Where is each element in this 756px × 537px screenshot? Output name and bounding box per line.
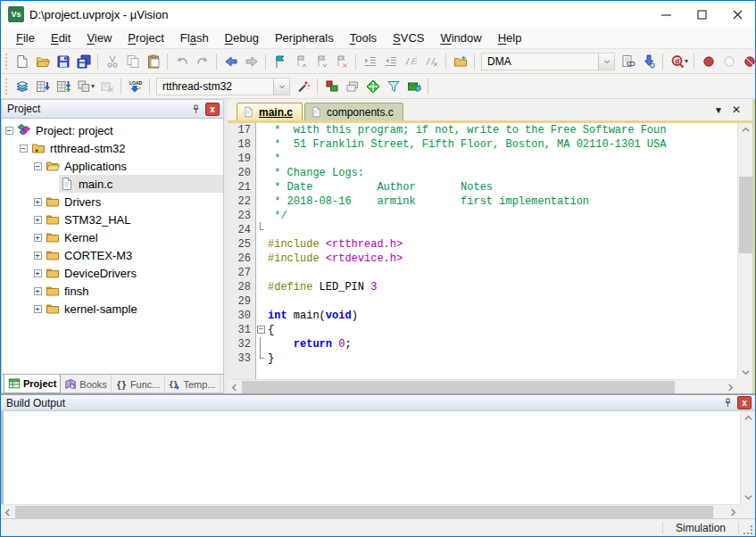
translate-button[interactable] bbox=[12, 77, 32, 96]
tree-row-drivers[interactable]: +Drivers bbox=[2, 193, 223, 211]
menu-help[interactable]: Help bbox=[490, 29, 530, 47]
previous-bookmark-button[interactable] bbox=[290, 52, 311, 71]
scroll-up-icon[interactable] bbox=[738, 123, 753, 136]
tree-expander-plus-icon[interactable]: + bbox=[34, 198, 42, 206]
panel-tab-temp-[interactable]: {}Temp... bbox=[165, 375, 220, 393]
panel-tab-func-[interactable]: {}Func... bbox=[112, 375, 165, 393]
find-in-files-button[interactable] bbox=[618, 52, 638, 71]
tree-expander-cell[interactable]: − bbox=[16, 145, 30, 153]
menu-edit[interactable]: Edit bbox=[43, 29, 79, 47]
project-panel-close-button[interactable]: x bbox=[205, 103, 220, 116]
toolbar-grip[interactable] bbox=[5, 78, 7, 95]
minimize-button[interactable] bbox=[648, 1, 684, 28]
copy-button[interactable] bbox=[122, 52, 143, 71]
tree-row-finsh[interactable]: +finsh bbox=[2, 282, 223, 300]
menu-debug[interactable]: Debug bbox=[217, 29, 267, 47]
scroll-down-icon[interactable] bbox=[741, 491, 756, 504]
tree-expander-plus-icon[interactable]: + bbox=[34, 252, 42, 260]
clear-all-bookmarks-button[interactable] bbox=[331, 52, 352, 71]
editor-tab-components-c[interactable]: components.c bbox=[304, 103, 403, 120]
panel-tab-books[interactable]: ?Books bbox=[61, 375, 112, 393]
scroll-right-icon[interactable] bbox=[724, 380, 737, 394]
redo-button[interactable] bbox=[192, 52, 212, 71]
editor-tab-main-c[interactable]: main.c bbox=[237, 103, 303, 120]
tree-expander-cell[interactable]: − bbox=[2, 127, 16, 135]
comment-selection-button[interactable]: // bbox=[401, 52, 421, 71]
tree-item-kernel-sample[interactable]: kernel-sample bbox=[45, 300, 223, 318]
fold-collapse-icon[interactable]: − bbox=[257, 326, 265, 334]
menu-view[interactable]: View bbox=[79, 29, 120, 47]
tree-expander-cell[interactable]: + bbox=[30, 269, 45, 277]
insert-bookmark-button[interactable] bbox=[270, 52, 290, 71]
tree-expander-cell[interactable]: + bbox=[30, 287, 45, 295]
build-button[interactable] bbox=[32, 77, 53, 96]
incremental-find-button[interactable] bbox=[638, 52, 659, 71]
tree-expander-cell[interactable]: + bbox=[30, 198, 45, 206]
insert-breakpoint-button[interactable] bbox=[698, 52, 719, 71]
rebuild-button[interactable] bbox=[53, 77, 73, 96]
tree-expander-cell[interactable]: + bbox=[30, 234, 45, 242]
disable-breakpoint-button[interactable] bbox=[719, 52, 739, 71]
tree-item-drivers[interactable]: Drivers bbox=[45, 193, 223, 211]
editor-vertical-scrollbar[interactable] bbox=[737, 123, 752, 379]
tree-row-cortex-m3[interactable]: +CORTEX-M3 bbox=[2, 246, 223, 264]
scroll-left-icon[interactable] bbox=[228, 380, 241, 394]
download-button[interactable]: LOAD bbox=[125, 77, 145, 96]
kill-all-breakpoints-button[interactable] bbox=[739, 52, 755, 71]
undo-button[interactable] bbox=[171, 52, 192, 71]
build-output-close-button[interactable]: x bbox=[737, 396, 752, 409]
tree-item-devicedrivers[interactable]: DeviceDrivers bbox=[45, 264, 223, 282]
next-bookmark-button[interactable] bbox=[311, 52, 331, 71]
tree-expander-cell[interactable]: + bbox=[30, 216, 45, 224]
open-folder-button[interactable] bbox=[32, 52, 53, 71]
tree-expander-cell[interactable]: + bbox=[30, 305, 45, 313]
reference-search-caret-icon[interactable]: ▾ bbox=[685, 57, 688, 65]
tree-expander-minus-icon[interactable]: − bbox=[34, 162, 42, 170]
tree-expander-plus-icon[interactable]: + bbox=[34, 234, 42, 242]
editor-horizontal-scrollbar[interactable] bbox=[228, 379, 737, 393]
build-output-hscroll-thumb[interactable] bbox=[15, 506, 713, 518]
outdent-button[interactable] bbox=[380, 52, 401, 71]
menu-window[interactable]: Window bbox=[432, 29, 489, 47]
tree-expander-cell[interactable]: + bbox=[30, 252, 45, 260]
code-empty-area[interactable] bbox=[268, 366, 737, 379]
select-packs-button[interactable] bbox=[362, 77, 383, 96]
save-all-button[interactable] bbox=[73, 52, 94, 71]
search-combo[interactable]: DMA bbox=[481, 53, 615, 70]
new-file-button[interactable] bbox=[12, 52, 32, 71]
tree-row-devicedrivers[interactable]: +DeviceDrivers bbox=[2, 264, 223, 282]
tree-expander-plus-icon[interactable]: + bbox=[34, 287, 42, 295]
build-output-header[interactable]: Build Output x bbox=[1, 395, 755, 411]
menu-svcs[interactable]: SVCS bbox=[385, 29, 432, 47]
save-button[interactable] bbox=[53, 52, 73, 71]
indent-button[interactable] bbox=[360, 52, 380, 71]
menu-tools[interactable]: Tools bbox=[342, 29, 385, 47]
tree-item-project-project[interactable]: Project: project bbox=[16, 121, 223, 139]
editor-vscroll-thumb[interactable] bbox=[739, 177, 752, 253]
tree-item-applications[interactable]: Applications bbox=[45, 157, 223, 175]
tree-expander-minus-icon[interactable]: − bbox=[20, 145, 28, 153]
tree-row-applications[interactable]: −Applications bbox=[2, 157, 223, 175]
pin-icon[interactable] bbox=[188, 102, 203, 116]
cut-button[interactable] bbox=[102, 52, 122, 71]
menu-project[interactable]: Project bbox=[120, 29, 171, 47]
batch-build-caret-icon[interactable]: ▾ bbox=[91, 82, 95, 90]
paste-button[interactable] bbox=[143, 52, 163, 71]
title-bar[interactable]: Vs D:\project.uvprojx - µVision bbox=[1, 1, 755, 28]
tree-item-stm32-hal[interactable]: STM32_HAL bbox=[45, 211, 223, 228]
tree-item-cortex-m3[interactable]: CORTEX-M3 bbox=[45, 246, 223, 264]
configure-flash-button[interactable] bbox=[383, 77, 403, 96]
toolbar-grip[interactable] bbox=[5, 54, 7, 70]
tree-item-rtthread-stm32[interactable]: rtthread-stm32 bbox=[30, 139, 223, 157]
target-combo[interactable]: rtthread-stm32 bbox=[156, 78, 290, 95]
build-output-horizontal-scrollbar[interactable] bbox=[1, 504, 740, 518]
menu-file[interactable]: File bbox=[8, 29, 43, 47]
target-combo-dropdown-button[interactable] bbox=[273, 78, 289, 95]
tree-expander-cell[interactable]: − bbox=[30, 162, 45, 170]
tree-expander-plus-icon[interactable]: + bbox=[34, 269, 42, 277]
build-output-content[interactable] bbox=[1, 411, 740, 504]
scroll-left-icon[interactable] bbox=[1, 505, 14, 519]
close-document-icon[interactable]: ✕ bbox=[727, 102, 745, 118]
tree-row-rtthread-stm32[interactable]: −rtthread-stm32 bbox=[2, 139, 223, 157]
target-options-button[interactable] bbox=[293, 77, 313, 96]
